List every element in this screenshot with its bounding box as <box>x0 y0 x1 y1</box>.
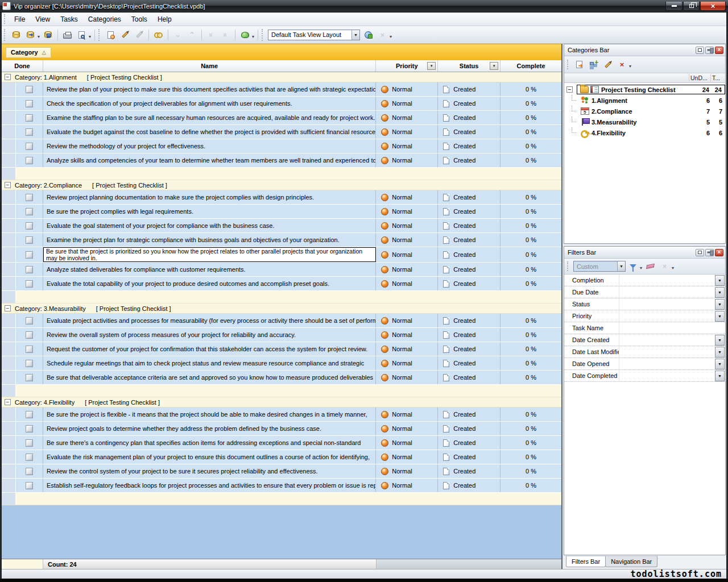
task-name-cell[interactable]: Establish self-regulatory feedback loops… <box>43 479 376 492</box>
filters-pin-button[interactable] <box>705 249 714 256</box>
menu-help[interactable]: Help <box>152 14 177 25</box>
move-top-button[interactable]: « <box>219 28 232 41</box>
task-done-checkbox[interactable] <box>26 374 33 381</box>
task-done-checkbox[interactable] <box>26 128 33 136</box>
filter-value-field[interactable] <box>619 346 715 357</box>
task-name-cell[interactable]: Examine the staffing plan to be sure all… <box>43 111 376 124</box>
apply-filter-dropdown[interactable]: ▾ <box>640 265 642 271</box>
filter-dropdown-button[interactable]: ▼ <box>715 275 725 286</box>
task-done-checkbox[interactable] <box>26 100 33 107</box>
task-done-checkbox[interactable] <box>26 346 33 353</box>
categories-toolbar-overflow[interactable]: ▾ <box>629 64 631 69</box>
collapse-group-icon[interactable]: − <box>5 74 11 80</box>
task-done-checkbox[interactable] <box>26 157 33 164</box>
task-done-checkbox[interactable] <box>26 251 33 259</box>
task-done-checkbox[interactable] <box>26 143 33 150</box>
task-done-checkbox[interactable] <box>26 317 33 325</box>
filters-close-button[interactable]: × <box>715 249 723 256</box>
filter-value-field[interactable] <box>619 298 715 310</box>
delete-layout-button[interactable]: × <box>376 28 389 41</box>
column-header-status[interactable]: Status▼ <box>438 60 500 72</box>
edit-task-button[interactable] <box>118 28 131 41</box>
layout-combo[interactable]: Default Task View Layout ▼ <box>268 30 360 40</box>
task-done-checkbox[interactable] <box>26 360 33 367</box>
apply-filter-button[interactable] <box>626 260 639 273</box>
column-header-name[interactable]: Name <box>43 60 376 72</box>
delete-filter-button[interactable]: × <box>658 260 671 273</box>
delete-category-button[interactable]: × <box>615 58 628 71</box>
tree-column-total[interactable]: T... <box>710 74 725 81</box>
task-name-cell[interactable]: Evaluate the risk management plan of you… <box>43 450 376 464</box>
collapse-tree-icon[interactable]: − <box>566 86 573 93</box>
categories-close-button[interactable]: × <box>715 47 723 54</box>
task-name-cell[interactable]: Review the plan of your project to make … <box>43 82 376 96</box>
task-name-cell[interactable]: Review project planning documentation to… <box>43 190 376 204</box>
move-up-button[interactable]: ⌃ <box>185 28 198 41</box>
menu-view[interactable]: View <box>30 14 55 25</box>
status-filter-button[interactable]: ▼ <box>490 62 498 70</box>
layout-combo-dropdown[interactable]: ▼ <box>351 30 359 40</box>
task-name-cell[interactable]: Review the methodology of your project f… <box>43 139 376 153</box>
task-name-cell[interactable]: Review project goals to determine whethe… <box>43 422 376 435</box>
filters-restore-button[interactable] <box>696 249 704 256</box>
move-bottom-button[interactable]: » <box>205 28 218 41</box>
restore-button[interactable] <box>683 2 700 11</box>
filter-value-field[interactable] <box>619 358 715 369</box>
task-name-cell[interactable]: Analyze stated deliverables for complian… <box>43 263 376 276</box>
filter-value-field[interactable] <box>619 322 725 334</box>
task-name-cell[interactable]: Be sure that deliverable acceptance crit… <box>43 371 376 384</box>
task-done-checkbox[interactable] <box>26 482 33 489</box>
task-name-cell[interactable]: Evaluate project activities and processe… <box>43 314 376 327</box>
task-name-cell[interactable]: Evaluate the budget against the cost bas… <box>43 125 376 139</box>
filter-value-field[interactable] <box>619 310 715 322</box>
task-name-cell[interactable]: Examine the project plan for strategic c… <box>43 233 376 247</box>
filter-preset-combo[interactable]: Custom ▼ <box>573 261 626 272</box>
collapse-group-icon[interactable]: − <box>5 182 11 188</box>
filter-value-field[interactable] <box>619 275 715 286</box>
task-name-cell[interactable]: Be sure there's a contingency plan that … <box>43 436 376 450</box>
tab-navigation-bar[interactable]: Navigation Bar <box>605 556 657 567</box>
open-database-dropdown[interactable]: ▾ <box>38 34 40 39</box>
close-button[interactable]: × <box>700 2 726 11</box>
category-tree-item[interactable]: 4.Flexibility66 <box>564 127 725 138</box>
task-name-cell[interactable]: Analyze skills and competencies of your … <box>43 153 376 167</box>
filter-value-field[interactable] <box>619 370 715 381</box>
filter-dropdown-button[interactable]: ▼ <box>715 311 725 322</box>
task-name-cell[interactable]: Review the overall system of process mea… <box>43 328 376 342</box>
collapse-group-icon[interactable]: − <box>5 305 11 311</box>
notifications-button[interactable] <box>238 28 251 41</box>
task-done-checkbox[interactable] <box>26 439 33 447</box>
tab-filters-bar[interactable]: Filters Bar <box>566 556 606 567</box>
category-tree-item[interactable]: 2.Compliance77 <box>564 106 725 117</box>
task-done-checkbox[interactable] <box>26 86 33 93</box>
task-name-cell[interactable]: Evaluate the goal statement of your proj… <box>43 219 376 232</box>
minimize-button[interactable] <box>665 2 682 11</box>
task-done-checkbox[interactable] <box>26 280 33 288</box>
task-name-cell[interactable]: Schedule regular meetings that aim to ch… <box>43 356 376 370</box>
print-preview-dropdown[interactable]: ▾ <box>89 34 91 39</box>
menu-tools[interactable]: Tools <box>126 14 152 25</box>
print-button[interactable] <box>61 28 74 41</box>
task-name-cell[interactable]: Be sure that the project is prioritized … <box>43 247 376 262</box>
task-name-cell[interactable]: Evaluate the total capability of your pr… <box>43 277 376 290</box>
filters-toolbar-overflow[interactable]: ▾ <box>672 265 674 271</box>
tree-column-undone[interactable]: UnD... <box>689 74 710 81</box>
save-database-button[interactable] <box>42 28 55 41</box>
filter-dropdown-button[interactable]: ▼ <box>715 347 725 357</box>
categories-restore-button[interactable] <box>696 47 704 54</box>
column-header-priority[interactable]: Priority▼ <box>376 60 438 72</box>
category-tree-item[interactable]: −Project Testing Checklist2424 <box>564 84 725 95</box>
column-header-complete[interactable]: Complete <box>500 60 561 72</box>
column-header-done[interactable]: Done <box>2 60 43 72</box>
priority-filter-button[interactable]: ▼ <box>427 62 436 70</box>
filter-dropdown-button[interactable]: ▼ <box>715 287 725 298</box>
task-name-cell[interactable]: Review the control system of your projec… <box>43 464 376 478</box>
open-database-button[interactable]: ➜ <box>24 28 37 41</box>
menu-file[interactable]: File <box>9 14 30 25</box>
category-tree-item[interactable]: 3.Measurability55 <box>564 117 725 127</box>
task-done-checkbox[interactable] <box>26 425 33 433</box>
task-done-checkbox[interactable] <box>26 468 33 475</box>
filter-dropdown-button[interactable]: ▼ <box>715 359 725 369</box>
filter-value-field[interactable] <box>619 286 715 298</box>
view-tasks-button[interactable] <box>152 28 165 41</box>
